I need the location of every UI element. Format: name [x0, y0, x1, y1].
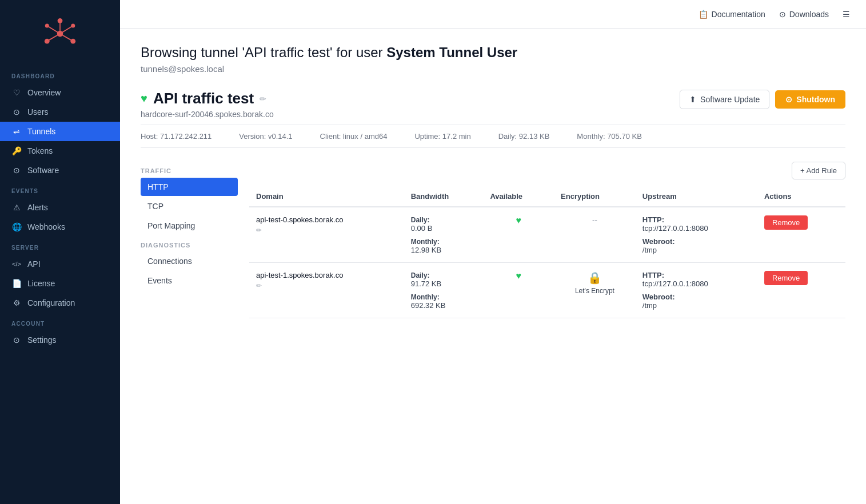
- nav-tcp[interactable]: TCP: [141, 197, 238, 215]
- documentation-link[interactable]: 📋 Documentation: [699, 10, 765, 19]
- stat-daily: Daily: 92.13 KB: [498, 132, 550, 141]
- stat-monthly: Monthly: 705.70 KB: [577, 132, 641, 141]
- sidebar-item-settings[interactable]: ⊙ Settings: [0, 330, 120, 350]
- add-rule-button[interactable]: + Add Rule: [792, 162, 845, 179]
- nav-http[interactable]: HTTP: [141, 178, 238, 196]
- nav-events[interactable]: Events: [141, 271, 238, 290]
- col-available: Available: [483, 186, 554, 207]
- col-actions: Actions: [757, 186, 845, 207]
- sidebar-section-dashboard: DASHBOARD ♡ Overview ⊙ Users ⇌ Tunnels 🔑…: [0, 65, 120, 180]
- row1-bandwidth: Daily: 91.72 KB Monthly: 692.32 KB: [404, 263, 484, 318]
- row1-edit-icon[interactable]: ✏: [256, 282, 397, 290]
- documentation-icon: 📋: [699, 10, 708, 19]
- sidebar-item-tunnels[interactable]: ⇌ Tunnels: [0, 122, 120, 141]
- shutdown-button[interactable]: ⊙ Shutdown: [775, 90, 845, 109]
- shutdown-icon: ⊙: [785, 95, 792, 104]
- rules-table: Domain Bandwidth Available Encryption Up…: [249, 186, 845, 318]
- sidebar-item-overview[interactable]: ♡ Overview: [0, 83, 120, 102]
- table-header-row: + Add Rule: [249, 162, 845, 179]
- row1-actions: Remove: [757, 263, 845, 318]
- nav-port-mapping[interactable]: Port Mapping: [141, 217, 238, 235]
- left-nav: TRAFFIC HTTP TCP Port Mapping DIAGNOSTIC…: [141, 162, 249, 318]
- svg-line-9: [60, 26, 73, 34]
- sidebar-item-alerts[interactable]: ⚠ Alerts: [0, 198, 120, 217]
- tunnels-icon: ⇌: [11, 127, 22, 136]
- tunnel-title-row: ♥ API traffic test ✏: [141, 90, 274, 107]
- tunnel-edit-icon[interactable]: ✏: [260, 94, 266, 103]
- diagnostics-section-label: DIAGNOSTICS: [141, 236, 238, 252]
- row0-encryption: --: [554, 207, 636, 263]
- configuration-icon: ⚙: [11, 298, 22, 307]
- tunnel-heart-icon: ♥: [141, 92, 147, 105]
- sidebar-item-api[interactable]: </> API: [0, 254, 120, 274]
- remove-button-0[interactable]: Remove: [764, 215, 808, 230]
- users-icon: ⊙: [11, 107, 22, 117]
- tokens-icon: 🔑: [11, 146, 22, 155]
- row0-edit-icon[interactable]: ✏: [256, 226, 397, 234]
- webhooks-icon: 🌐: [11, 222, 22, 231]
- remove-button-1[interactable]: Remove: [764, 271, 808, 285]
- downloads-icon: ⊙: [779, 10, 786, 19]
- tunnel-name: API traffic test: [153, 90, 254, 107]
- tunnel-info: ♥ API traffic test ✏ hardcore-surf-20046…: [141, 90, 274, 119]
- table-row: api-test-0.spokes.borak.co ✏ Daily: 0.00…: [249, 207, 845, 263]
- license-icon: 📄: [11, 279, 22, 288]
- user-menu[interactable]: ☰: [843, 10, 850, 19]
- svg-line-10: [47, 26, 60, 34]
- sidebar: DASHBOARD ♡ Overview ⊙ Users ⇌ Tunnels 🔑…: [0, 0, 120, 504]
- page-content: Browsing tunnel 'API traffic test' for u…: [120, 29, 866, 504]
- table-area: + Add Rule Domain Bandwidth Available En…: [249, 162, 845, 318]
- sidebar-item-users[interactable]: ⊙ Users: [0, 102, 120, 122]
- stat-host: Host: 71.172.242.211: [141, 132, 211, 141]
- software-update-button[interactable]: ⬆ Software Update: [680, 90, 769, 109]
- settings-icon: ⊙: [11, 335, 22, 345]
- row0-domain: api-test-0.spokes.borak.co ✏: [249, 207, 404, 263]
- alerts-icon: ⚠: [11, 203, 22, 212]
- col-bandwidth: Bandwidth: [404, 186, 484, 207]
- nav-connections[interactable]: Connections: [141, 252, 238, 270]
- sidebar-item-software[interactable]: ⊙ Software: [0, 161, 120, 180]
- svg-line-7: [47, 34, 60, 41]
- content-body: TRAFFIC HTTP TCP Port Mapping DIAGNOSTIC…: [141, 162, 845, 318]
- sidebar-section-label-dashboard: DASHBOARD: [0, 65, 120, 83]
- sidebar-section-account: ACCOUNT ⊙ Settings: [0, 313, 120, 350]
- row1-available: ♥: [483, 263, 554, 318]
- sidebar-section-events: EVENTS ⚠ Alerts 🌐 Webhooks: [0, 180, 120, 237]
- sidebar-item-license[interactable]: 📄 License: [0, 274, 120, 293]
- table-header: Domain Bandwidth Available Encryption Up…: [249, 186, 845, 207]
- traffic-section-label: TRAFFIC: [141, 162, 238, 178]
- row1-domain: api-test-1.spokes.borak.co ✏: [249, 263, 404, 318]
- page-subtitle: tunnels@spokes.local: [141, 64, 845, 74]
- tunnel-actions: ⬆ Software Update ⊙ Shutdown: [680, 90, 845, 109]
- downloads-link[interactable]: ⊙ Downloads: [779, 10, 829, 19]
- logo: [0, 0, 120, 65]
- row0-actions: Remove: [757, 207, 845, 263]
- row1-encryption: 🔒 Let's Encrypt: [554, 263, 636, 318]
- row0-upstream: HTTP: tcp://127.0.0.1:8080 Webroot: /tmp: [636, 207, 757, 263]
- topbar: 📋 Documentation ⊙ Downloads ☰: [120, 0, 866, 29]
- software-icon: ⊙: [11, 166, 22, 175]
- api-icon: </>: [11, 261, 22, 267]
- available-heart-icon-1: ♥: [516, 271, 522, 281]
- available-heart-icon: ♥: [516, 215, 522, 225]
- sidebar-section-label-server: SERVER: [0, 237, 120, 254]
- sidebar-item-configuration[interactable]: ⚙ Configuration: [0, 293, 120, 313]
- main-content: 📋 Documentation ⊙ Downloads ☰ Browsing t…: [120, 0, 866, 504]
- sidebar-item-tokens[interactable]: 🔑 Tokens: [0, 141, 120, 161]
- row1-upstream: HTTP: tcp://127.0.0.1:8080 Webroot: /tmp: [636, 263, 757, 318]
- table-row: api-test-1.spokes.borak.co ✏ Daily: 91.7…: [249, 263, 845, 318]
- stats-row: Host: 71.172.242.211 Version: v0.14.1 Cl…: [141, 125, 845, 148]
- page-title: Browsing tunnel 'API traffic test' for u…: [141, 45, 845, 61]
- heart-icon: ♡: [11, 88, 22, 97]
- row0-bandwidth: Daily: 0.00 B Monthly: 12.98 KB: [404, 207, 484, 263]
- tunnel-domain: hardcore-surf-20046.spokes.borak.co: [141, 110, 274, 119]
- sidebar-section-server: SERVER </> API 📄 License ⚙ Configuration: [0, 237, 120, 313]
- stat-client: Client: linux / amd64: [320, 132, 388, 141]
- sidebar-section-label-events: EVENTS: [0, 180, 120, 198]
- sidebar-item-webhooks[interactable]: 🌐 Webhooks: [0, 217, 120, 237]
- lock-icon: 🔒: [561, 271, 629, 285]
- col-domain: Domain: [249, 186, 404, 207]
- upload-icon: ⬆: [689, 95, 696, 104]
- sidebar-section-label-account: ACCOUNT: [0, 313, 120, 330]
- col-encryption: Encryption: [554, 186, 636, 207]
